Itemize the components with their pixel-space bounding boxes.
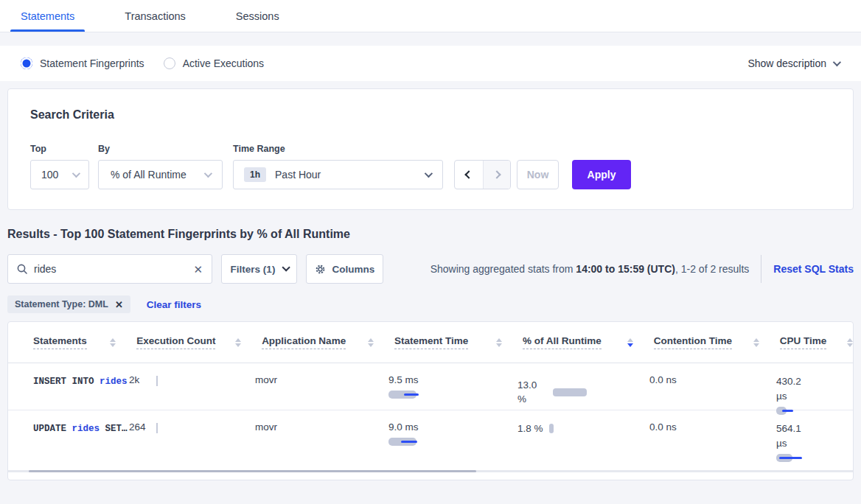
col-header-application-name-label[interactable]: Application Name [262,335,346,349]
statement-link[interactable]: rides [72,424,100,434]
filters-button-label: Filters (1) [231,264,276,275]
horizontal-scrollbar-thumb[interactable] [29,470,476,472]
sort-icon[interactable] [368,338,374,347]
sort-icon[interactable] [496,338,502,347]
radio-active-executions[interactable]: Active Executions [164,57,265,69]
radio-active-executions-label: Active Executions [183,57,265,69]
top-select-value: 100 [41,169,58,181]
top-select[interactable]: 100 [30,160,89,189]
statement-link[interactable]: rides [100,377,128,387]
pct-runtime-value: 1.8 % [517,421,543,435]
filter-chip-statement-type[interactable]: Statement Type: DML ✕ [7,295,130,313]
by-field: By % of All Runtime [98,144,223,189]
active-filters-row: Statement Type: DML ✕ Clear filters [7,295,854,313]
radio-statement-fingerprints-label: Statement Fingerprints [40,57,144,69]
pct-runtime-bar [553,388,587,396]
sort-icon-active-desc[interactable] [627,338,633,347]
execution-count-cell: 2k [129,363,255,410]
time-range-label: Time Range [233,144,443,154]
columns-button[interactable]: Columns [306,254,383,284]
view-toggle-bar: Statement Fingerprints Active Executions… [0,46,861,81]
sort-icon[interactable] [235,338,241,347]
filters-button[interactable]: Filters (1) [221,254,297,284]
col-header-execution-count-label[interactable]: Execution Count [136,335,215,349]
col-header-application-name: Application Name [262,335,394,349]
execution-count-bar [156,376,158,386]
statement-time-value: 9.0 ms [388,421,517,433]
time-prev-button[interactable] [455,161,483,189]
clear-search-icon[interactable]: ✕ [193,264,203,275]
time-range-select[interactable]: 1h Past Hour [233,160,443,189]
chevron-left-icon [464,170,473,178]
tab-statements-label: Statements [21,10,74,22]
horizontal-scrollbar [8,470,853,472]
col-header-statements-label[interactable]: Statements [33,335,87,349]
statement-time-bar [388,438,433,446]
col-header-statement-time: Statement Time [394,335,523,349]
search-input[interactable] [34,263,193,275]
results-toolbar: ✕ Filters (1) Columns Showing aggregated… [7,254,854,284]
tab-transactions-label: Transactions [125,10,185,22]
now-button[interactable]: Now [517,160,559,189]
chevron-down-icon [833,58,841,66]
col-header-execution-count: Execution Count [136,335,262,349]
statement-time-value: 9.5 ms [388,374,517,385]
cpu-time-bar [776,454,820,462]
pct-runtime-cell: 1.8 % [517,410,649,472]
table-row: INSERT INTO rides 2k movr 9.5 ms 13.0 % … [8,363,853,410]
cpu-time-value: 564.1 µs [776,421,812,451]
radio-statement-fingerprints[interactable]: Statement Fingerprints [21,57,144,69]
time-range-field: Time Range 1h Past Hour [233,144,443,189]
col-header-contention-time-label[interactable]: Contention Time [654,335,732,349]
search-icon [17,264,27,274]
sort-icon[interactable] [847,338,853,347]
stats-summary: Showing aggregated stats from 14:00 to 1… [430,263,750,275]
time-nav-group [454,160,511,189]
table-header-row: Statements Execution Count Application N… [8,322,853,363]
stats-prefix: Showing aggregated stats from [430,263,576,275]
col-header-cpu-time-label[interactable]: CPU Time [780,335,827,349]
col-header-pct-runtime: % of All Runtime [523,335,654,349]
tab-sessions[interactable]: Sessions [226,0,290,32]
sort-icon[interactable] [753,338,759,347]
top-field: Top 100 [30,144,89,189]
sort-icon[interactable] [110,338,116,347]
statement-text: UPDATE [33,424,72,434]
contention-time-cell: 0.0 ns [649,363,776,410]
by-select-value: % of All Runtime [111,169,187,181]
time-next-button[interactable] [483,161,511,189]
tab-sessions-label: Sessions [236,10,279,22]
time-range-badge: 1h [244,167,266,182]
cpu-time-value: 430.2 µs [776,374,812,404]
filter-chip-label: Statement Type: DML [15,299,108,309]
chevron-down-icon [425,169,433,178]
application-name-cell: movr [255,363,388,410]
radio-unselected-icon[interactable] [164,57,175,69]
remove-filter-icon[interactable]: ✕ [115,299,123,310]
tab-transactions[interactable]: Transactions [114,0,195,32]
by-label: By [98,144,223,154]
stats-suffix: , 1-2 of 2 results [675,263,749,275]
col-header-statement-time-label[interactable]: Statement Time [394,335,468,349]
show-description-toggle[interactable]: Show description [747,57,839,69]
apply-button[interactable]: Apply [572,160,631,189]
col-header-pct-runtime-label[interactable]: % of All Runtime [523,335,602,349]
chevron-down-icon [282,263,290,271]
statement-text: INSERT INTO [33,377,100,387]
pct-runtime-bar [549,424,554,433]
pct-runtime-value: 13.0 % [517,378,547,406]
main-tabbar: Statements Transactions Sessions [0,0,861,32]
vertical-divider [761,255,761,283]
statement-cell: UPDATE rides SET… [33,410,129,472]
chevron-down-icon [204,169,212,178]
by-select[interactable]: % of All Runtime [98,160,223,189]
tab-statements[interactable]: Statements [10,0,85,32]
results-title: Results - Top 100 Statement Fingerprints… [7,228,861,241]
search-criteria-title: Search Criteria [30,108,853,122]
show-description-label: Show description [747,57,826,69]
radio-selected-icon[interactable] [21,57,32,69]
clear-filters-link[interactable]: Clear filters [147,299,201,310]
statements-table: Statements Execution Count Application N… [7,321,854,480]
cpu-time-cell: 430.2 µs [776,363,850,410]
reset-sql-stats-link[interactable]: Reset SQL Stats [773,263,854,275]
